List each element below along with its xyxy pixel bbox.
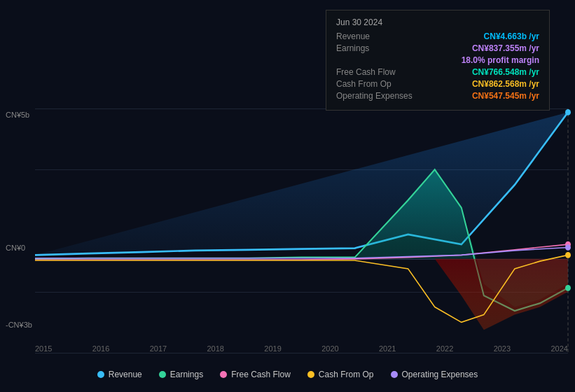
legend-label-opex: Operating Expenses <box>402 370 478 379</box>
legend-label-fcf: Free Cash Flow <box>231 370 291 379</box>
svg-point-4 <box>565 252 571 258</box>
tooltip-fcf-value: CN¥766.548m /yr <box>472 67 539 77</box>
tooltip-cashop-label: Cash From Op <box>336 79 420 89</box>
legend-dot-cashop <box>307 371 314 378</box>
svg-point-5 <box>565 244 571 251</box>
tooltip-revenue-row: Revenue CN¥4.663b /yr <box>336 31 539 41</box>
tooltip-box: Jun 30 2024 Revenue CN¥4.663b /yr Earnin… <box>326 10 550 111</box>
chart-area <box>35 108 568 353</box>
tooltip-cashop-row: Cash From Op CN¥862.568m /yr <box>336 79 539 89</box>
x-label-2016: 2016 <box>92 344 109 353</box>
tooltip-cashop-value: CN¥862.568m /yr <box>472 79 539 89</box>
legend-cashop: Cash From Op <box>307 370 374 379</box>
legend-dot-revenue <box>97 371 104 378</box>
tooltip-margin-row: 18.0% profit margin <box>336 55 539 65</box>
chart-svg <box>35 108 568 353</box>
legend-dot-earnings <box>159 371 166 378</box>
legend-dot-fcf <box>220 371 227 378</box>
y-label-zero: CN¥0 <box>6 244 25 252</box>
tooltip-opex-row: Operating Expenses CN¥547.545m /yr <box>336 91 539 101</box>
legend-label-earnings: Earnings <box>170 370 203 379</box>
legend-opex: Operating Expenses <box>391 370 478 379</box>
tooltip-fcf-row: Free Cash Flow CN¥766.548m /yr <box>336 67 539 77</box>
x-label-2023: 2023 <box>494 344 511 353</box>
y-label-neg: -CN¥3b <box>6 321 32 329</box>
tooltip-margin-value: 18.0% profit margin <box>462 55 539 65</box>
x-label-2017: 2017 <box>150 344 167 353</box>
tooltip-earnings-label: Earnings <box>336 43 420 53</box>
svg-point-1 <box>565 109 571 115</box>
tooltip-earnings-value: CN¥837.355m /yr <box>472 43 539 53</box>
legend: Revenue Earnings Free Cash Flow Cash Fro… <box>0 370 575 379</box>
tooltip-revenue-value: CN¥4.663b /yr <box>484 31 539 41</box>
tooltip-revenue-label: Revenue <box>336 31 420 41</box>
y-label-top: CN¥5b <box>6 111 29 119</box>
tooltip-date: Jun 30 2024 <box>336 18 539 27</box>
tooltip-fcf-label: Free Cash Flow <box>336 67 420 77</box>
x-label-2018: 2018 <box>207 344 223 353</box>
x-label-2021: 2021 <box>379 344 396 353</box>
x-label-2019: 2019 <box>264 344 281 353</box>
tooltip-opex-label: Operating Expenses <box>336 91 420 101</box>
svg-point-2 <box>565 285 571 291</box>
x-label-2020: 2020 <box>321 344 338 353</box>
x-label-2015: 2015 <box>35 344 52 353</box>
gridline-bottom <box>35 353 568 354</box>
x-axis: 2015 2016 2017 2018 2019 2020 2021 2022 … <box>35 344 568 353</box>
legend-revenue: Revenue <box>97 370 142 379</box>
tooltip-earnings-row: Earnings CN¥837.355m /yr <box>336 43 539 53</box>
legend-dot-opex <box>391 371 398 378</box>
legend-fcf: Free Cash Flow <box>220 370 291 379</box>
legend-label-revenue: Revenue <box>109 370 142 379</box>
tooltip-opex-value: CN¥547.545m /yr <box>472 91 539 101</box>
chart-container: Jun 30 2024 Revenue CN¥4.663b /yr Earnin… <box>0 0 575 392</box>
x-label-2022: 2022 <box>436 344 453 353</box>
legend-label-cashop: Cash From Op <box>319 370 374 379</box>
x-label-2024: 2024 <box>550 344 567 353</box>
legend-earnings: Earnings <box>159 370 203 379</box>
